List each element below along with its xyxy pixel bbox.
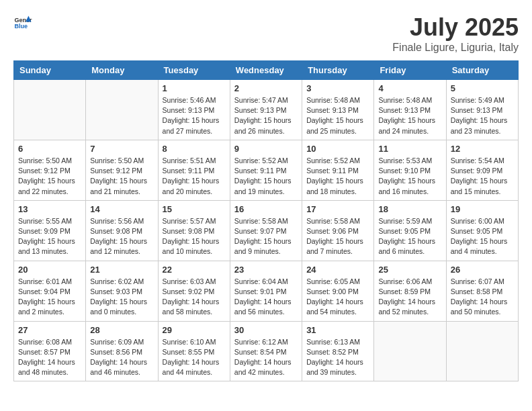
table-row: 1Sunrise: 5:46 AM Sunset: 9:13 PM Daylig…: [158, 80, 230, 140]
table-row: 28Sunrise: 6:09 AM Sunset: 8:56 PM Dayli…: [86, 321, 158, 381]
day-info: Sunrise: 6:02 AM Sunset: 9:03 PM Dayligh…: [90, 277, 153, 318]
table-row: 4Sunrise: 5:48 AM Sunset: 9:13 PM Daylig…: [374, 80, 446, 140]
table-row: [14, 80, 86, 140]
header-tuesday: Tuesday: [158, 61, 230, 80]
table-row: 29Sunrise: 6:10 AM Sunset: 8:55 PM Dayli…: [158, 321, 230, 381]
day-number: 11: [378, 144, 441, 154]
table-row: 27Sunrise: 6:08 AM Sunset: 8:57 PM Dayli…: [14, 321, 86, 381]
table-row: 26Sunrise: 6:07 AM Sunset: 8:58 PM Dayli…: [446, 261, 518, 321]
day-info: Sunrise: 5:48 AM Sunset: 9:13 PM Dayligh…: [378, 95, 441, 136]
table-row: 21Sunrise: 6:02 AM Sunset: 9:03 PM Dayli…: [86, 261, 158, 321]
day-info: Sunrise: 5:54 AM Sunset: 9:09 PM Dayligh…: [451, 156, 514, 197]
svg-text:Blue: Blue: [14, 23, 28, 30]
day-info: Sunrise: 6:03 AM Sunset: 9:02 PM Dayligh…: [163, 277, 226, 318]
table-row: 24Sunrise: 6:05 AM Sunset: 9:00 PM Dayli…: [302, 261, 374, 321]
day-info: Sunrise: 6:12 AM Sunset: 8:54 PM Dayligh…: [234, 337, 298, 378]
day-info: Sunrise: 5:57 AM Sunset: 9:08 PM Dayligh…: [163, 216, 226, 257]
day-info: Sunrise: 5:56 AM Sunset: 9:08 PM Dayligh…: [90, 216, 153, 257]
table-row: 17Sunrise: 5:58 AM Sunset: 9:06 PM Dayli…: [302, 200, 374, 261]
table-row: 8Sunrise: 5:51 AM Sunset: 9:11 PM Daylig…: [158, 140, 230, 200]
table-row: 14Sunrise: 5:56 AM Sunset: 9:08 PM Dayli…: [86, 200, 158, 261]
day-info: Sunrise: 5:59 AM Sunset: 9:05 PM Dayligh…: [378, 216, 441, 257]
day-info: Sunrise: 5:52 AM Sunset: 9:11 PM Dayligh…: [234, 156, 298, 197]
table-row: 7Sunrise: 5:50 AM Sunset: 9:12 PM Daylig…: [86, 140, 158, 200]
calendar-week-row: 1Sunrise: 5:46 AM Sunset: 9:13 PM Daylig…: [14, 80, 519, 140]
table-row: 18Sunrise: 5:59 AM Sunset: 9:05 PM Dayli…: [374, 200, 446, 261]
day-number: 15: [163, 204, 226, 214]
day-info: Sunrise: 5:52 AM Sunset: 9:11 PM Dayligh…: [306, 156, 369, 197]
table-row: 13Sunrise: 5:55 AM Sunset: 9:09 PM Dayli…: [14, 200, 86, 261]
day-number: 1: [163, 83, 226, 93]
day-info: Sunrise: 5:53 AM Sunset: 9:10 PM Dayligh…: [378, 156, 441, 197]
table-row: 19Sunrise: 6:00 AM Sunset: 9:05 PM Dayli…: [446, 200, 518, 261]
table-row: 15Sunrise: 5:57 AM Sunset: 9:08 PM Dayli…: [158, 200, 230, 261]
table-row: [374, 321, 446, 381]
table-row: 9Sunrise: 5:52 AM Sunset: 9:11 PM Daylig…: [230, 140, 302, 200]
calendar-week-row: 13Sunrise: 5:55 AM Sunset: 9:09 PM Dayli…: [14, 200, 519, 261]
location-title: Finale Ligure, Liguria, Italy: [392, 42, 519, 54]
calendar-table: Sunday Monday Tuesday Wednesday Thursday…: [13, 60, 519, 381]
day-number: 29: [163, 325, 226, 335]
day-info: Sunrise: 6:08 AM Sunset: 8:57 PM Dayligh…: [18, 337, 81, 378]
day-number: 26: [451, 265, 514, 275]
title-area: July 2025 Finale Ligure, Liguria, Italy: [392, 13, 519, 54]
table-row: 3Sunrise: 5:48 AM Sunset: 9:13 PM Daylig…: [302, 80, 374, 140]
day-number: 22: [163, 265, 226, 275]
day-number: 28: [90, 325, 153, 335]
day-number: 3: [306, 83, 369, 93]
day-info: Sunrise: 6:09 AM Sunset: 8:56 PM Dayligh…: [90, 337, 153, 378]
logo: General Blue: [13, 13, 32, 32]
calendar-header-row: Sunday Monday Tuesday Wednesday Thursday…: [14, 61, 519, 80]
table-row: 11Sunrise: 5:53 AM Sunset: 9:10 PM Dayli…: [374, 140, 446, 200]
header-wednesday: Wednesday: [230, 61, 302, 80]
day-number: 9: [234, 144, 298, 154]
day-number: 4: [378, 83, 441, 93]
header-sunday: Sunday: [14, 61, 86, 80]
day-info: Sunrise: 6:13 AM Sunset: 8:52 PM Dayligh…: [306, 337, 369, 378]
day-info: Sunrise: 6:10 AM Sunset: 8:55 PM Dayligh…: [163, 337, 226, 378]
table-row: 30Sunrise: 6:12 AM Sunset: 8:54 PM Dayli…: [230, 321, 302, 381]
table-row: [446, 321, 518, 381]
day-number: 21: [90, 265, 153, 275]
table-row: 31Sunrise: 6:13 AM Sunset: 8:52 PM Dayli…: [302, 321, 374, 381]
day-number: 8: [163, 144, 226, 154]
day-info: Sunrise: 5:47 AM Sunset: 9:13 PM Dayligh…: [234, 95, 298, 136]
day-info: Sunrise: 5:46 AM Sunset: 9:13 PM Dayligh…: [163, 95, 226, 136]
day-info: Sunrise: 5:51 AM Sunset: 9:11 PM Dayligh…: [163, 156, 226, 197]
day-number: 24: [306, 265, 369, 275]
day-info: Sunrise: 6:00 AM Sunset: 9:05 PM Dayligh…: [451, 216, 514, 257]
day-info: Sunrise: 5:55 AM Sunset: 9:09 PM Dayligh…: [18, 216, 81, 257]
table-row: 23Sunrise: 6:04 AM Sunset: 9:01 PM Dayli…: [230, 261, 302, 321]
day-number: 7: [90, 144, 153, 154]
day-number: 30: [234, 325, 298, 335]
calendar-week-row: 27Sunrise: 6:08 AM Sunset: 8:57 PM Dayli…: [14, 321, 519, 381]
day-info: Sunrise: 6:07 AM Sunset: 8:58 PM Dayligh…: [451, 277, 514, 318]
header-friday: Friday: [374, 61, 446, 80]
day-info: Sunrise: 5:58 AM Sunset: 9:06 PM Dayligh…: [306, 216, 369, 257]
month-title: July 2025: [392, 13, 519, 42]
day-number: 13: [18, 204, 81, 214]
day-number: 14: [90, 204, 153, 214]
table-row: 20Sunrise: 6:01 AM Sunset: 9:04 PM Dayli…: [14, 261, 86, 321]
day-number: 6: [18, 144, 81, 154]
day-number: 5: [451, 83, 514, 93]
header-monday: Monday: [86, 61, 158, 80]
table-row: 2Sunrise: 5:47 AM Sunset: 9:13 PM Daylig…: [230, 80, 302, 140]
table-row: 22Sunrise: 6:03 AM Sunset: 9:02 PM Dayli…: [158, 261, 230, 321]
day-info: Sunrise: 5:49 AM Sunset: 9:13 PM Dayligh…: [451, 95, 514, 136]
day-number: 19: [451, 204, 514, 214]
day-number: 18: [378, 204, 441, 214]
table-row: 6Sunrise: 5:50 AM Sunset: 9:12 PM Daylig…: [14, 140, 86, 200]
day-info: Sunrise: 5:50 AM Sunset: 9:12 PM Dayligh…: [18, 156, 81, 197]
day-info: Sunrise: 6:05 AM Sunset: 9:00 PM Dayligh…: [306, 277, 369, 318]
day-info: Sunrise: 5:48 AM Sunset: 9:13 PM Dayligh…: [306, 95, 369, 136]
page-header: General Blue July 2025 Finale Ligure, Li…: [13, 13, 519, 54]
day-number: 16: [234, 204, 298, 214]
day-info: Sunrise: 5:50 AM Sunset: 9:12 PM Dayligh…: [90, 156, 153, 197]
header-thursday: Thursday: [302, 61, 374, 80]
table-row: 12Sunrise: 5:54 AM Sunset: 9:09 PM Dayli…: [446, 140, 518, 200]
day-number: 23: [234, 265, 298, 275]
day-number: 25: [378, 265, 441, 275]
logo-icon: General Blue: [13, 13, 32, 32]
table-row: 25Sunrise: 6:06 AM Sunset: 8:59 PM Dayli…: [374, 261, 446, 321]
